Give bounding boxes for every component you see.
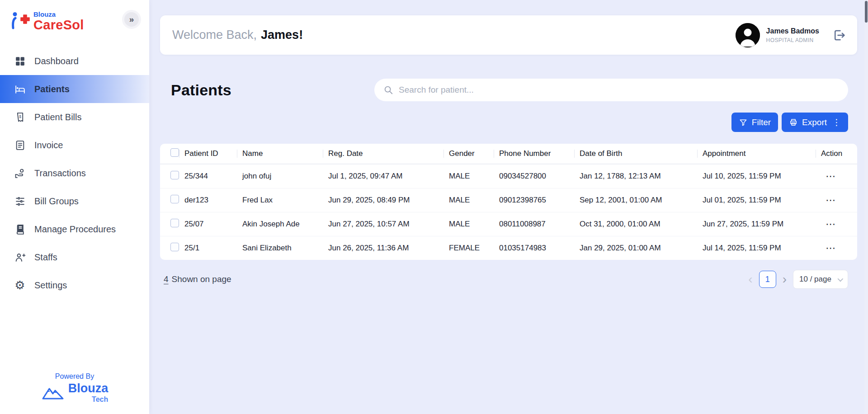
- sidebar-menu: Dashboard Patients $ Patient Bills: [0, 47, 149, 299]
- select-all-cell: [160, 148, 184, 159]
- column-header-reg-date: Reg. Date: [328, 149, 449, 158]
- cell-gender: MALE: [449, 172, 499, 181]
- search-input[interactable]: [399, 85, 839, 95]
- avatar: [736, 23, 760, 47]
- brand-name-bottom: CareSol: [33, 18, 84, 32]
- cell-name: john ofuj: [242, 172, 328, 181]
- sidebar-item-label: Invoice: [34, 140, 63, 151]
- welcome-name: James!: [261, 28, 303, 42]
- page-number-button[interactable]: 1: [759, 271, 776, 288]
- search-bar: [374, 79, 848, 101]
- welcome-prefix: Welcome Back,: [172, 28, 257, 42]
- blouza-tech-logo: Blouza Tech: [41, 382, 108, 403]
- cell-appointment: Jul 01, 2025, 11:59 PM: [703, 196, 821, 205]
- table-footer: 4Shown on page ‹ 1 › 10 / page: [160, 270, 857, 289]
- list-options-icon: [14, 195, 26, 207]
- cell-dob: Jan 29, 2025, 01:00 AM: [580, 244, 703, 253]
- logout-button[interactable]: [832, 28, 846, 42]
- scrollbar[interactable]: [864, 0, 868, 414]
- cell-phone: 09034527800: [499, 172, 580, 181]
- sidebar-header: Blouza CareSol »: [0, 0, 149, 32]
- export-button-label: Export: [802, 118, 827, 127]
- shown-count: 4: [164, 274, 169, 284]
- sidebar-item-transactions[interactable]: Transactions: [0, 159, 149, 187]
- next-page-button[interactable]: ›: [783, 273, 787, 286]
- mountain-icon: [41, 385, 65, 400]
- receipt-icon: $: [14, 111, 26, 123]
- sidebar-item-label: Staffs: [34, 252, 57, 263]
- page-size-select[interactable]: 10 / page: [793, 270, 848, 289]
- cell-reg-date: Jul 1, 2025, 09:47 AM: [328, 172, 449, 181]
- column-header-dob: Date of Birth: [580, 149, 703, 158]
- book-icon: [14, 223, 26, 235]
- grid-icon: [14, 55, 26, 67]
- table-row: 25/07 Akin Joseph Ade Jun 27, 2025, 10:5…: [160, 212, 857, 236]
- export-button[interactable]: Export ⋮: [782, 113, 848, 132]
- caresol-logo: Blouza CareSol: [10, 11, 139, 32]
- column-header-gender: Gender: [449, 149, 499, 158]
- logout-icon: [832, 28, 846, 42]
- prev-page-button[interactable]: ‹: [748, 273, 752, 286]
- column-header-action: Action: [821, 149, 857, 158]
- table-header-row: Patient ID Name Reg. Date Gender Phone N…: [160, 144, 857, 164]
- filter-button-label: Filter: [752, 118, 771, 127]
- sidebar-item-bill-groups[interactable]: Bill Groups: [0, 187, 149, 215]
- powered-by-label: Powered By: [55, 372, 94, 381]
- cell-dob: Oct 31, 2000, 01:00 AM: [580, 220, 703, 229]
- sidebar-item-patients[interactable]: Patients: [0, 75, 149, 103]
- scrollbar-thumb[interactable]: [865, 1, 868, 23]
- cell-reg-date: Jun 29, 2025, 08:49 PM: [328, 196, 449, 205]
- footer-brand-sub: Tech: [92, 396, 108, 403]
- filter-button[interactable]: Filter: [731, 113, 778, 132]
- cell-gender: FEMALE: [449, 244, 499, 253]
- shown-label: Shown on page: [172, 274, 231, 284]
- sidebar-item-staffs[interactable]: Staffs: [0, 243, 149, 271]
- sidebar-item-label: Patient Bills: [34, 112, 82, 122]
- column-header-patient-id: Patient ID: [184, 149, 242, 158]
- sidebar-item-label: Manage Procedures: [34, 224, 116, 235]
- sidebar-item-label: Dashboard: [34, 56, 79, 66]
- sidebar-item-label: Bill Groups: [34, 196, 79, 207]
- cell-dob: Sep 12, 2001, 01:00 AM: [580, 196, 703, 205]
- brand-name-top: Blouza: [33, 11, 84, 18]
- caresol-logo-icon: [10, 11, 30, 30]
- cell-appointment: Jun 27, 2025, 11:59 PM: [703, 220, 821, 229]
- row-actions-button[interactable]: ⋯: [821, 171, 857, 181]
- sidebar-item-label: Transactions: [34, 168, 86, 179]
- sidebar-collapse-button[interactable]: »: [122, 10, 141, 29]
- sidebar: Blouza CareSol » Dashboard Patients: [0, 0, 149, 414]
- row-checkbox[interactable]: [170, 171, 179, 179]
- patients-table: Patient ID Name Reg. Date Gender Phone N…: [160, 144, 857, 260]
- column-header-appointment: Appointment: [703, 149, 821, 158]
- chevrons-right-icon: »: [129, 14, 134, 24]
- printer-icon: [789, 118, 798, 127]
- sidebar-item-settings[interactable]: ⚙ Settings: [0, 271, 149, 299]
- person-add-icon: [14, 251, 26, 263]
- sidebar-item-invoice[interactable]: Invoice: [0, 131, 149, 159]
- export-menu-icon[interactable]: ⋮: [832, 118, 841, 127]
- sidebar-item-dashboard[interactable]: Dashboard: [0, 47, 149, 75]
- chevron-down-icon: [838, 276, 844, 282]
- welcome-card: Welcome Back,James! James Badmos HOSPITA…: [160, 15, 857, 55]
- shown-on-page: 4Shown on page: [164, 274, 231, 284]
- brand-text: Blouza CareSol: [33, 11, 84, 32]
- row-actions-button[interactable]: ⋯: [821, 219, 857, 229]
- user-role: HOSPITAL ADMIN: [766, 37, 819, 43]
- row-checkbox[interactable]: [170, 195, 179, 203]
- select-all-checkbox[interactable]: [170, 148, 179, 157]
- row-actions-button[interactable]: ⋯: [821, 195, 857, 205]
- column-header-name: Name: [242, 149, 328, 158]
- cell-reg-date: Jun 27, 2025, 10:57 AM: [328, 220, 449, 229]
- column-header-phone: Phone Number: [499, 149, 580, 158]
- page-head: Patients: [160, 79, 857, 101]
- search-icon: [383, 85, 393, 95]
- gear-icon: ⚙: [14, 279, 26, 292]
- invoice-icon: [14, 139, 26, 151]
- sidebar-item-patient-bills[interactable]: $ Patient Bills: [0, 103, 149, 131]
- sidebar-item-manage-procedures[interactable]: Manage Procedures: [0, 215, 149, 243]
- row-checkbox[interactable]: [170, 219, 179, 227]
- row-actions-button[interactable]: ⋯: [821, 243, 857, 253]
- row-select-cell: [160, 219, 184, 230]
- row-checkbox[interactable]: [170, 243, 179, 251]
- cell-dob: Jan 12, 1788, 12:13 AM: [580, 172, 703, 181]
